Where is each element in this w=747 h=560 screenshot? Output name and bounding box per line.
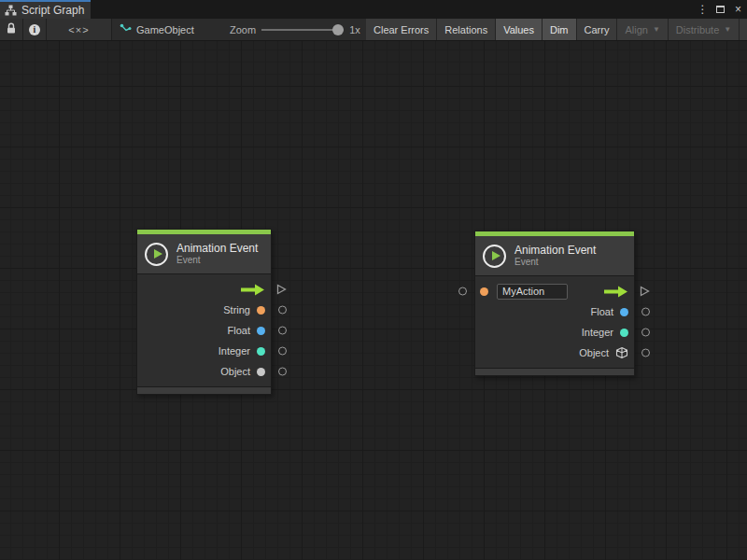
- port-label: Float: [228, 325, 250, 336]
- event-play-icon: [145, 243, 168, 266]
- unity-script-graph-window: Script Graph ⋮ × i <×>: [0, 0, 747, 560]
- port-dot-icon: [257, 327, 265, 335]
- tab-script-graph[interactable]: Script Graph: [0, 0, 91, 19]
- port-label: Object: [579, 347, 609, 358]
- toolbar-button-carry[interactable]: Carry: [577, 19, 617, 40]
- port-label: Integer: [218, 345, 250, 357]
- flow-arrow-icon: [604, 286, 628, 298]
- toolbar-button-dim[interactable]: Dim: [543, 19, 576, 40]
- event-play-icon: [483, 245, 506, 268]
- zoom-value: 1x: [349, 24, 360, 35]
- graph-target[interactable]: GameObject: [120, 19, 194, 40]
- close-icon[interactable]: ×: [729, 3, 747, 16]
- window-titlebar: Script Graph ⋮ ×: [0, 0, 747, 19]
- value-output-row: Object: [475, 343, 634, 363]
- port-label: Float: [591, 306, 613, 317]
- trigger-output-row: [137, 279, 271, 300]
- lock-icon: [6, 22, 17, 36]
- value-port-icon[interactable]: [641, 329, 650, 337]
- inspect-button[interactable]: i: [23, 19, 47, 40]
- node-header[interactable]: Animation Event Event: [137, 234, 271, 274]
- port-dot-icon: [620, 329, 628, 337]
- string-input-dot-icon: [480, 287, 488, 296]
- node-footer: [137, 386, 271, 394]
- value-output-row: Float: [475, 301, 634, 322]
- node-animation-event-2[interactable]: Animation Event Event FloatIntegerObject: [474, 231, 635, 376]
- tab-title: Script Graph: [21, 4, 84, 17]
- port-dot-icon: [620, 308, 628, 316]
- value-port-icon[interactable]: [278, 306, 287, 315]
- node-body: StringFloatIntegerObject: [137, 274, 271, 386]
- value-port-icon[interactable]: [278, 347, 287, 356]
- maximize-icon[interactable]: [712, 3, 729, 16]
- node-animation-event-1[interactable]: Animation Event Event StringFloatInteger…: [136, 229, 272, 395]
- node-subtitle: Event: [176, 255, 258, 266]
- port-dot-icon: [257, 368, 265, 376]
- toolbar-button-distribute[interactable]: Distribute▼: [669, 19, 739, 40]
- graph-icon: [120, 23, 132, 36]
- node-header[interactable]: Animation Event Event: [475, 236, 634, 276]
- zoom-slider-knob[interactable]: [332, 24, 344, 35]
- zoom-slider-track: [261, 29, 344, 31]
- port-label: Integer: [582, 327, 613, 338]
- toolbar-button-clear-errors[interactable]: Clear Errors: [366, 19, 436, 40]
- chevron-down-icon: ▼: [724, 25, 731, 34]
- value-output-row: Integer: [475, 322, 634, 343]
- node-title: Animation Event: [176, 242, 258, 255]
- port-label: String: [223, 304, 250, 315]
- cube-icon: [615, 346, 628, 359]
- value-port-icon[interactable]: [458, 287, 467, 296]
- info-icon: i: [29, 24, 40, 35]
- event-name-field[interactable]: [497, 284, 568, 300]
- node-title: Animation Event: [514, 244, 596, 257]
- value-output-row: Integer: [137, 341, 271, 361]
- port-label: Object: [220, 366, 250, 377]
- trigger-port-icon[interactable]: [276, 284, 287, 295]
- value-port-icon[interactable]: [278, 368, 287, 376]
- node-body: FloatIntegerObject: [475, 276, 634, 368]
- toolbar-button-group: Clear ErrorsRelationsValuesDimCarryAlign…: [366, 19, 747, 40]
- menu-icon[interactable]: ⋮: [694, 3, 712, 16]
- value-output-row: Float: [137, 320, 271, 341]
- toolbar-button-align[interactable]: Align▼: [617, 19, 667, 40]
- value-port-icon[interactable]: [641, 349, 650, 357]
- trigger-port-icon[interactable]: [640, 286, 650, 297]
- value-port-icon[interactable]: [641, 308, 650, 316]
- lock-button[interactable]: [0, 19, 23, 40]
- chevron-down-icon: ▼: [653, 25, 660, 34]
- script-graph-icon: [5, 5, 17, 16]
- node-subtitle: Event: [514, 257, 596, 268]
- value-output-row: String: [137, 300, 271, 320]
- window-controls: ⋮ ×: [694, 0, 747, 19]
- target-label: GameObject: [136, 24, 194, 35]
- toolbar-button-overv[interactable]: Overv: [740, 19, 747, 40]
- zoom-label: Zoom: [230, 24, 256, 35]
- graph-canvas[interactable]: Animation Event Event StringFloatInteger…: [0, 41, 747, 560]
- graph-toolbar: i <×> GameObject Zoom 1x Clear ErrorsRel…: [0, 19, 747, 41]
- value-output-row: Object: [137, 361, 271, 382]
- toolbar-button-values[interactable]: Values: [496, 19, 542, 40]
- flow-arrow-icon: [241, 284, 265, 296]
- port-dot-icon: [257, 347, 265, 356]
- zoom-control: Zoom 1x: [230, 19, 360, 40]
- value-port-icon[interactable]: [278, 327, 287, 335]
- node-footer: [475, 368, 634, 375]
- port-dot-icon: [257, 306, 265, 315]
- event-name-input-row: [475, 281, 634, 301]
- toolbar-button-relations[interactable]: Relations: [437, 19, 495, 40]
- code-view-button[interactable]: <×>: [47, 19, 112, 40]
- zoom-slider[interactable]: [261, 23, 344, 36]
